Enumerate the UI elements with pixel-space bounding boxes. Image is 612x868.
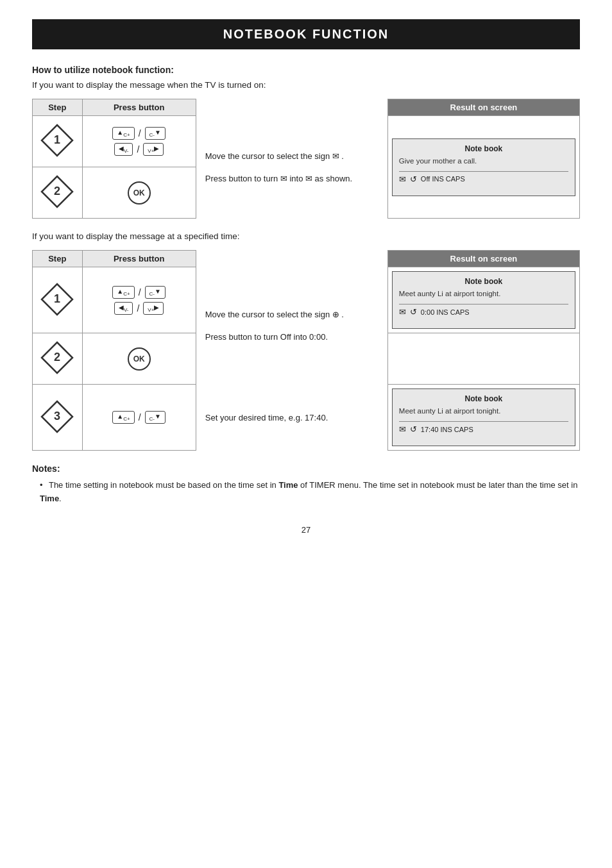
notebook-screen-1: Note book Give your mother a call. ✉ ↺ O… xyxy=(392,138,575,196)
step2-desc-text: Press button to turn ✉ into ✉ as shown. xyxy=(205,174,378,183)
ok-button1: OK xyxy=(128,181,151,204)
t2-step2-desc-text: Press button to turn Off into 0:00. xyxy=(205,332,378,342)
nb3-status-text: 17:40 INS CAPS xyxy=(421,426,473,433)
nb3-content: Meet aunty Li at airport tonight. xyxy=(399,407,568,415)
t2-step3-ch-minus: C-▼ xyxy=(145,411,166,424)
t2-step2-diamond: 2 xyxy=(40,341,74,374)
t2-step3-ch-plus: ▲C+ xyxy=(112,411,134,424)
svg-text:2: 2 xyxy=(54,185,60,197)
nb1-content: Give your mother a call. xyxy=(399,157,568,165)
notebook-screen-3: Note book Meet aunty Li at airport tonig… xyxy=(392,388,575,446)
page: Notebook Function How to utilize noteboo… xyxy=(0,0,612,868)
ch-plus-btn: ▲C+ xyxy=(112,127,134,140)
header-press: Press button xyxy=(82,99,196,116)
nb2-status-text: 0:00 INS CAPS xyxy=(421,308,470,316)
step2-diamond: 2 xyxy=(40,175,74,208)
slash1: / xyxy=(139,128,141,138)
envelope-icon2: ✉ xyxy=(399,307,406,317)
t2-result1-empty xyxy=(387,333,579,385)
table1: Step Press button Result on screen 1 xyxy=(32,99,580,219)
ok-button2: OK xyxy=(128,347,151,371)
t2-step1-number: 1 xyxy=(33,267,83,333)
header-result: Result on screen xyxy=(387,99,579,116)
t2-step1-desc-text: Move the cursor to select the sign ⊕ . xyxy=(205,310,378,319)
header-desc-empty xyxy=(196,99,387,116)
envelope-icon1: ✉ xyxy=(399,174,406,184)
section1-intro: If you want to display the message when … xyxy=(32,80,580,90)
t2-slash1: / xyxy=(139,287,141,297)
nb3-title: Note book xyxy=(399,394,568,403)
nb2-title: Note book xyxy=(399,277,568,286)
table2-header-row: Step Press button Result on screen xyxy=(33,251,580,267)
step1-diamond: 1 xyxy=(40,124,74,157)
header-step: Step xyxy=(33,99,83,116)
svg-text:3: 3 xyxy=(54,410,60,422)
t2-vol-minus-btn: ◀V- xyxy=(114,302,133,315)
t2-result2: Note book Meet aunty Li at airport tonig… xyxy=(387,385,579,451)
t2-result1: Note book Meet aunty Li at airport tonig… xyxy=(387,267,579,333)
t2-vol-plus-btn: V+▶ xyxy=(143,302,164,315)
header2-press: Press button xyxy=(82,251,196,267)
step1-desc-combined: Move the cursor to select the sign ✉ . P… xyxy=(196,116,387,219)
notes-item1: • The time setting in notebook must be b… xyxy=(32,479,580,506)
t2-step3-desc: Set your desired time, e.g. 17:40. xyxy=(196,385,387,451)
svg-text:1: 1 xyxy=(54,292,60,305)
slash2: / xyxy=(137,144,139,154)
nb1-statusbar: ✉ ↺ Off INS CAPS xyxy=(399,171,568,184)
nb1-status-text: Off INS CAPS xyxy=(421,175,465,183)
step2-number: 2 xyxy=(33,167,83,219)
bullet-point: • xyxy=(40,479,43,492)
ch-row: ▲C+ / C-▼ xyxy=(112,127,166,140)
t2-ch-row: ▲C+ / C-▼ xyxy=(112,286,166,299)
t2-ch-plus-btn: ▲C+ xyxy=(112,286,134,299)
step1-number: 1 xyxy=(33,116,83,167)
table2: Step Press button Result on screen 1 xyxy=(32,250,580,451)
header2-desc-empty xyxy=(196,251,387,267)
t2-step3-slash: / xyxy=(139,412,141,422)
t2-slash2: / xyxy=(137,303,139,313)
nb2-content: Meet aunty Li at airport tonight. xyxy=(399,290,568,297)
table2-row3: 3 ▲C+ / C-▼ Set your desired time, e.g. … xyxy=(33,385,580,451)
page-number: 27 xyxy=(32,525,580,535)
t2-step3-number: 3 xyxy=(33,385,83,451)
notes-section: Notes: • The time setting in notebook mu… xyxy=(32,463,580,506)
ch-minus-btn: C-▼ xyxy=(145,127,166,140)
table1-result: Note book Give your mother a call. ✉ ↺ O… xyxy=(387,116,579,219)
t2-step3-ch-row: ▲C+ / C-▼ xyxy=(112,411,166,424)
t2-step2-press-btn: OK xyxy=(82,333,196,385)
table1-header-row: Step Press button Result on screen xyxy=(33,99,580,116)
t2-step1-press-btn: ▲C+ / C-▼ ◀V- / V+▶ xyxy=(82,267,196,333)
vol-row: ◀V- / V+▶ xyxy=(114,143,164,156)
clock-icon3: ↺ xyxy=(410,424,417,434)
vol-plus-btn: V+▶ xyxy=(143,143,164,156)
section1-heading: How to utilize notebook function: xyxy=(32,65,580,75)
nb3-statusbar: ✉ ↺ 17:40 INS CAPS xyxy=(399,421,568,434)
table2-row1: 1 ▲C+ / C-▼ ◀V- / V+▶ xyxy=(33,267,580,333)
clock-icon2: ↺ xyxy=(410,307,417,317)
t2-ch-minus-btn: C-▼ xyxy=(145,286,166,299)
t2-step3-press-btn: ▲C+ / C-▼ xyxy=(82,385,196,451)
t2-step3-diamond: 3 xyxy=(40,400,74,433)
table1-row1: 1 ▲C+ / C-▼ ◀V- / V+▶ xyxy=(33,116,580,167)
clock-icon1: ↺ xyxy=(410,174,417,184)
nb2-statusbar: ✉ ↺ 0:00 INS CAPS xyxy=(399,304,568,317)
svg-text:1: 1 xyxy=(54,133,60,146)
vol-minus-btn: ◀V- xyxy=(114,143,133,156)
nb1-title: Note book xyxy=(399,144,568,153)
notes-title: Notes: xyxy=(32,463,580,474)
page-title: Notebook Function xyxy=(32,19,580,49)
t2-desc-combined-12: Move the cursor to select the sign ⊕ . P… xyxy=(196,267,387,385)
t2-vol-row: ◀V- / V+▶ xyxy=(114,302,164,315)
notebook-screen-2: Note book Meet aunty Li at airport tonig… xyxy=(392,271,575,329)
title-text: Notebook Function xyxy=(223,27,389,41)
svg-text:2: 2 xyxy=(54,351,60,363)
header2-step: Step xyxy=(33,251,83,267)
t2-step3-ch-buttons: ▲C+ / C-▼ xyxy=(87,411,192,424)
t2-ch-vol-buttons: ▲C+ / C-▼ ◀V- / V+▶ xyxy=(87,286,192,315)
step1-desc-text: Move the cursor to select the sign ✉ . xyxy=(205,151,378,161)
step2-press-btn: OK xyxy=(82,167,196,219)
step1-press-btn: ▲C+ / C-▼ ◀V- / V+▶ xyxy=(82,116,196,167)
t2-step1-diamond: 1 xyxy=(40,283,74,316)
t2-step2-number: 2 xyxy=(33,333,83,385)
ch-vol-buttons: ▲C+ / C-▼ ◀V- / V+▶ xyxy=(87,127,192,156)
